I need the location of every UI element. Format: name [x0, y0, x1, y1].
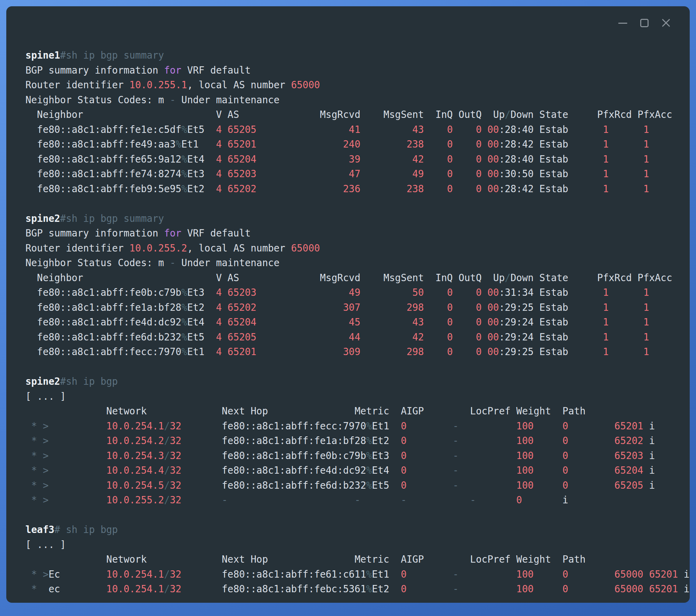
terminal-text-segment: 47	[349, 166, 360, 181]
terminal-text-segment: Et2	[372, 581, 389, 596]
terminal-text-segment: 1	[603, 122, 609, 137]
terminal-line: leaf3# sh ip bgp	[25, 522, 690, 537]
terminal-text-segment: 65204	[228, 152, 257, 167]
terminal-text-segment: fe80::a8c1:abff:fecc:7970	[222, 419, 366, 434]
terminal-text-segment: 1	[643, 330, 649, 345]
terminal-text-segment: 100	[516, 581, 534, 596]
terminal-text-segment: # sh ip bgp	[54, 522, 118, 537]
terminal-text-segment: 0	[401, 433, 407, 448]
terminal-text-segment: 41	[349, 122, 360, 137]
terminal-text-segment: LocPref	[470, 552, 510, 567]
terminal-text-segment: *	[31, 419, 37, 434]
terminal-text-segment: -	[453, 478, 459, 493]
terminal-text-segment: -	[170, 255, 176, 270]
terminal-line: NetworkNext HopMetricAIGPLocPrefWeightPa…	[25, 552, 690, 567]
terminal-text-segment: 49	[349, 285, 360, 300]
terminal-text-segment: 65204	[614, 463, 643, 478]
terminal-text-segment: MsgSent	[384, 270, 424, 285]
terminal-text-segment: 32	[170, 448, 181, 463]
terminal-text-segment: >	[43, 463, 49, 478]
terminal-text-segment: 238	[407, 137, 424, 152]
terminal-text-segment: -	[401, 493, 407, 508]
terminal-text-segment: Weight	[516, 552, 551, 567]
terminal-text-segment: Et4	[187, 152, 205, 167]
terminal-text-segment: Et3	[187, 166, 205, 181]
terminal-text-segment: 32	[170, 478, 181, 493]
terminal-text-segment: %	[176, 137, 182, 152]
terminal-text-segment: 0	[447, 166, 453, 181]
terminal-text-segment: 298	[407, 344, 424, 359]
terminal-line: *>10.0.254.1/32fe80::a8c1:abff:fecc:7970…	[25, 419, 690, 434]
terminal-text-segment: %	[366, 448, 372, 463]
terminal-text-segment: 00	[487, 285, 499, 300]
terminal-line: fe80::a8c1:abff:fe4d:dc92%Et446520445430…	[25, 315, 690, 330]
close-button[interactable]	[660, 17, 672, 29]
terminal-text-segment: 100	[516, 433, 534, 448]
terminal-text-segment: 0	[401, 463, 407, 478]
terminal-line: NeighborVASMsgRcvdMsgSentInQOutQUp/DownS…	[25, 270, 690, 285]
terminal-text-segment: 0	[516, 493, 522, 508]
terminal-text-segment: /	[164, 478, 170, 493]
terminal-text-segment: /	[505, 107, 510, 122]
window-controls	[617, 17, 672, 29]
terminal-text-segment: 1	[643, 344, 649, 359]
terminal-text-segment: 4	[216, 122, 222, 137]
terminal-text-segment: %	[366, 419, 372, 434]
terminal-text-segment: 00	[487, 300, 499, 315]
terminal-text-segment: Et5	[187, 330, 205, 345]
terminal-text-segment: >	[43, 419, 49, 434]
maximize-icon	[640, 19, 649, 27]
minimize-button[interactable]	[617, 17, 628, 29]
terminal-text-segment: 236	[343, 181, 361, 196]
terminal-text-segment: fe80::a8c1:abff:fe6d:b232	[222, 478, 366, 493]
terminal-text-segment: Estab	[539, 315, 568, 330]
terminal-text-segment: /	[164, 419, 170, 434]
terminal-text-segment: -	[355, 493, 361, 508]
terminal-text-segment: Ec	[48, 567, 60, 582]
terminal-text-segment: 0	[562, 478, 568, 493]
terminal-text-segment: 65000 65201	[614, 567, 678, 582]
terminal-text-segment: 4	[216, 315, 222, 330]
terminal-text-segment: 1	[643, 166, 649, 181]
terminal-text-segment: 65204	[228, 315, 257, 330]
terminal-line: NeighborVASMsgRcvdMsgSentInQOutQUp/DownS…	[25, 107, 690, 122]
terminal-text-segment: Estab	[539, 122, 568, 137]
terminal-text-segment: 4	[216, 344, 222, 359]
terminal-text-segment: 00	[487, 122, 499, 137]
terminal-text-segment: fe80::a8c1:abff:fe61:c611	[222, 567, 366, 582]
terminal-text-segment: 00	[487, 181, 499, 196]
terminal-text-segment: Estab	[539, 166, 568, 181]
terminal-text-segment: local AS number	[199, 241, 285, 256]
terminal-text-segment: Et4	[372, 463, 389, 478]
terminal-text-segment: #sh ip bgp	[60, 374, 118, 389]
terminal-text-segment: i	[684, 581, 690, 596]
terminal-line: *>10.0.254.3/32fe80::a8c1:abff:fe0b:c79b…	[25, 448, 690, 463]
terminal-text-segment: 1	[603, 344, 609, 359]
terminal-text-segment: AIGP	[401, 552, 424, 567]
terminal-text-segment: 10.0.255.2	[129, 241, 187, 256]
terminal-text-segment: 1	[603, 330, 609, 345]
terminal-window: spine1#sh ip bgp summaryBGP summary info…	[6, 6, 690, 603]
terminal-text-segment: 0	[401, 581, 407, 596]
maximize-button[interactable]	[639, 17, 650, 29]
terminal-line: fe80::a8c1:abff:fecc:7970%Et146520130929…	[25, 344, 690, 359]
terminal-text-segment: 00	[487, 330, 499, 345]
terminal-text-segment: 10.0.255.1	[129, 77, 187, 92]
terminal-text-segment: /	[164, 493, 170, 508]
terminal-text-segment: PfxAcc	[637, 107, 672, 122]
terminal-text-segment: AIGP	[401, 404, 424, 419]
terminal-content[interactable]: spine1#sh ip bgp summaryBGP summary info…	[25, 48, 690, 596]
titlebar[interactable]	[6, 6, 690, 38]
terminal-text-segment: 1	[643, 137, 649, 152]
terminal-text-segment: i	[649, 433, 655, 448]
terminal-text-segment: 100	[516, 463, 534, 478]
terminal-text-segment: Et1	[181, 137, 199, 152]
terminal-text-segment: 0	[476, 152, 482, 167]
terminal-text-segment: 44	[349, 330, 360, 345]
terminal-text-segment: %	[366, 567, 372, 582]
terminal-text-segment: %	[181, 181, 187, 196]
terminal-text-segment: VRF default	[187, 63, 251, 78]
terminal-text-segment: :31:34	[499, 285, 534, 300]
terminal-line: *>10.0.255.2/32----0i	[25, 493, 690, 508]
terminal-text-segment: Et5	[372, 478, 389, 493]
